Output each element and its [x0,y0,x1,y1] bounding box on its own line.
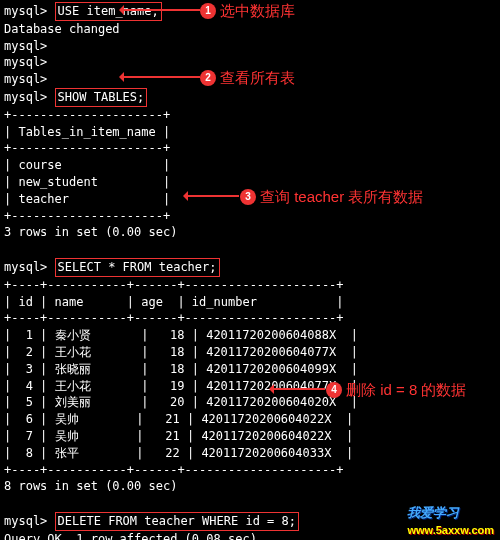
badge-2: 2 [200,70,216,86]
annotation-text-3: 查询 teacher 表所有数据 [260,186,423,207]
arrow-1 [120,9,200,11]
cmd-select-1: SELECT * FROM teacher; [55,258,220,277]
watermark-en: www.5axxw.com [407,523,494,538]
arrow-2 [120,76,200,78]
annotation-4: 4 删除 id = 8 的数据 [326,379,466,400]
arrow-3 [184,195,239,197]
annotation-1: 1 选中数据库 [200,0,295,21]
watermark: 我爱学习 www.5axxw.com [407,504,494,538]
badge-1: 1 [200,3,216,19]
annotation-text-4: 删除 id = 8 的数据 [346,379,466,400]
arrow-4 [270,388,325,390]
cmd-show-tables: SHOW TABLES; [55,88,148,107]
cmd-use: USE item_name; [55,2,162,21]
annotation-2: 2 查看所有表 [200,67,295,88]
watermark-cn: 我爱学习 [407,505,459,520]
badge-3: 3 [240,189,256,205]
annotation-text-2: 查看所有表 [220,67,295,88]
annotation-text-1: 选中数据库 [220,0,295,21]
cmd-delete: DELETE FROM teacher WHERE id = 8; [55,512,299,531]
annotation-3: 3 查询 teacher 表所有数据 [240,186,423,207]
badge-4: 4 [326,382,342,398]
